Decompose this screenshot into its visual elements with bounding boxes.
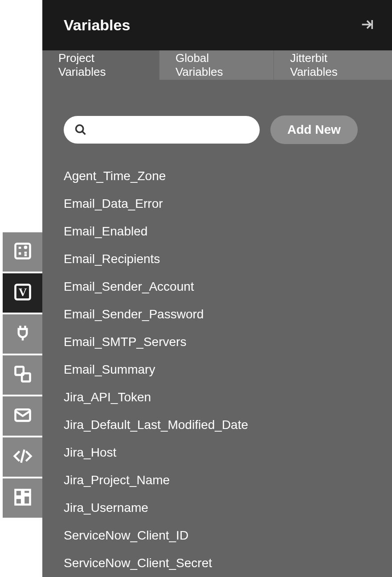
variable-item[interactable]: Jira_Project_Name (64, 473, 371, 487)
tabs: Project Variables Global Variables Jitte… (42, 50, 392, 80)
variable-item[interactable]: Email_Recipients (64, 252, 371, 266)
panel-title: Variables (64, 16, 130, 34)
tab-project-variables[interactable]: Project Variables (42, 50, 159, 80)
variable-item[interactable]: Jira_Host (64, 445, 371, 460)
tab-global-variables[interactable]: Global Variables (159, 50, 274, 80)
variable-item[interactable]: Email_Sender_Account (64, 280, 371, 294)
variable-item[interactable]: Email_Summary (64, 363, 371, 377)
svg-rect-15 (15, 498, 22, 505)
search-wrap (64, 116, 260, 144)
code-icon (13, 446, 33, 468)
svg-rect-13 (15, 490, 22, 497)
tab-label: Project Variables (58, 51, 143, 79)
svg-rect-0 (15, 244, 30, 259)
tab-jitterbit-variables[interactable]: Jitterbit Variables (274, 50, 392, 80)
collapse-button[interactable] (358, 16, 376, 34)
svg-rect-16 (23, 495, 30, 504)
tab-label: Global Variables (176, 51, 257, 79)
plug-icon (13, 323, 33, 345)
variable-item[interactable]: Email_Data_Error (64, 197, 371, 211)
left-rail: V (0, 0, 42, 577)
mail-icon (13, 405, 33, 427)
variable-item[interactable]: ServiceNow_Client_Secret (64, 556, 371, 570)
variable-item[interactable]: Agent_Time_Zone (64, 169, 371, 183)
variable-item[interactable]: ServiceNow_Client_ID (64, 528, 371, 543)
variable-item[interactable]: Email_SMTP_Servers (64, 335, 371, 349)
variables-icon: V (13, 282, 33, 304)
calculator-icon (13, 241, 33, 263)
rail-connectors[interactable] (3, 314, 42, 354)
variable-item[interactable]: Jira_Username (64, 501, 371, 515)
link-icon (13, 364, 33, 386)
rail-email[interactable] (3, 396, 42, 436)
rail-scripts[interactable] (3, 437, 42, 477)
svg-line-18 (82, 132, 86, 135)
svg-rect-14 (23, 490, 30, 494)
variable-item[interactable]: Jira_API_Token (64, 390, 371, 404)
collapse-right-icon (359, 17, 375, 34)
tab-label: Jitterbit Variables (290, 51, 376, 79)
add-new-button[interactable]: Add New (270, 115, 358, 144)
svg-text:V: V (18, 286, 27, 299)
toolbar: Add New (64, 115, 371, 144)
variable-item[interactable]: Jira_Default_Last_Modified_Date (64, 418, 371, 432)
variable-list: Agent_Time_Zone Email_Data_Error Email_E… (64, 169, 371, 570)
rail-schemas[interactable] (3, 355, 42, 395)
svg-point-17 (76, 125, 83, 132)
content-area: Add New Agent_Time_Zone Email_Data_Error… (42, 80, 392, 577)
variable-item[interactable]: Email_Enabled (64, 224, 371, 239)
main-panel: Variables Project Variables Global Varia… (42, 0, 392, 577)
rail-variables[interactable]: V (3, 273, 42, 313)
search-input[interactable] (64, 116, 260, 144)
grid-icon (13, 487, 33, 509)
rail-calculator[interactable] (3, 232, 42, 272)
rail-components[interactable] (3, 478, 42, 518)
panel-header: Variables (42, 0, 392, 50)
variable-item[interactable]: Email_Sender_Password (64, 307, 371, 321)
search-icon (74, 124, 87, 136)
